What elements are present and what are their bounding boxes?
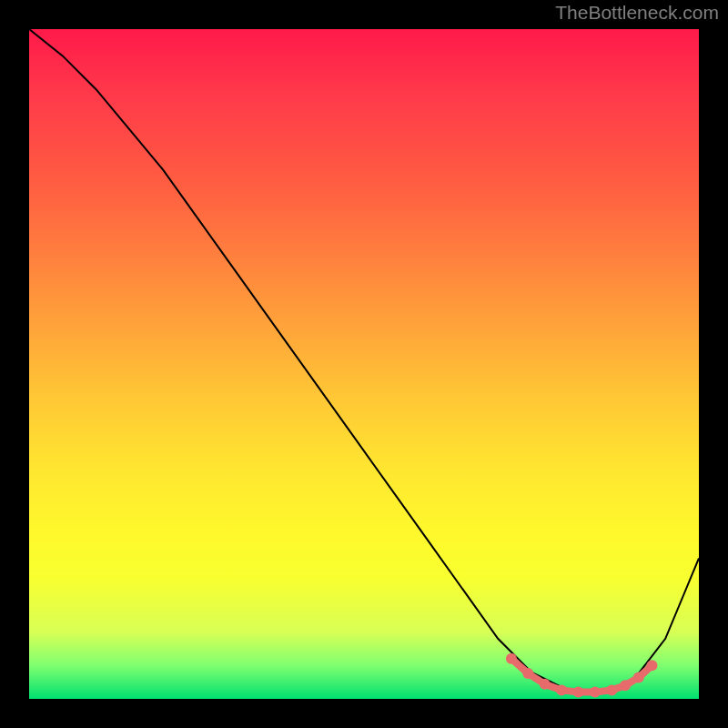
plot-area bbox=[29, 29, 699, 699]
attribution-text: TheBottleneck.com bbox=[555, 2, 719, 24]
chart-container: TheBottleneck.com bbox=[0, 0, 728, 728]
chart-svg bbox=[29, 29, 699, 699]
bottleneck-curve-line bbox=[29, 29, 699, 693]
optimal-zone-marker-line bbox=[511, 659, 652, 693]
